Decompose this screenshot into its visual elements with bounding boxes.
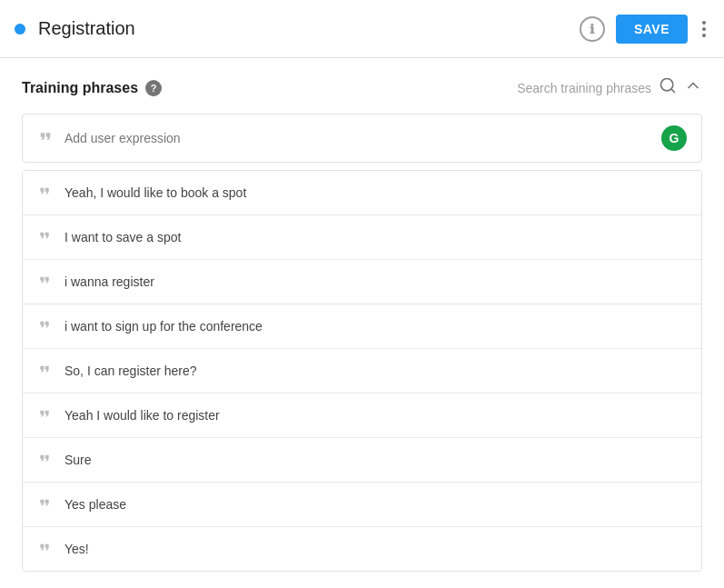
grammarly-icon: G xyxy=(661,125,687,151)
quote-icon xyxy=(37,128,54,149)
phrase-text: i wanna register xyxy=(64,274,154,289)
phrase-row[interactable]: i wanna register xyxy=(23,260,701,304)
app-container: Registration ℹ SAVE Training phrases ? S… xyxy=(0,0,724,588)
phrase-text: I want to save a spot xyxy=(64,230,181,244)
phrase-quote-icon xyxy=(37,495,52,513)
search-icon[interactable] xyxy=(659,76,677,99)
phrase-row[interactable]: Yeah, I would like to book a spot xyxy=(23,171,701,215)
phrase-row[interactable]: i want to sign up for the conference xyxy=(23,304,701,349)
phrase-row[interactable]: Sure xyxy=(23,438,701,483)
collapse-icon[interactable] xyxy=(684,76,702,99)
phrases-container: Yeah, I would like to book a spotI want … xyxy=(22,170,702,572)
info-icon[interactable]: ℹ xyxy=(580,16,605,42)
main-content: Training phrases ? Search training phras… xyxy=(0,58,724,588)
phrase-quote-icon xyxy=(37,362,52,380)
phrase-text: So, I can register here? xyxy=(64,364,197,378)
svg-line-1 xyxy=(671,89,675,93)
phrase-quote-icon xyxy=(37,273,52,291)
header-actions: ℹ SAVE xyxy=(580,15,709,44)
add-expression-input[interactable] xyxy=(64,131,661,145)
phrase-text: Yes please xyxy=(64,497,126,512)
phrase-quote-icon xyxy=(37,540,52,558)
phrase-text: Yeah, I would like to book a spot xyxy=(64,185,246,200)
phrase-text: i want to sign up for the conference xyxy=(64,319,263,334)
page-title: Registration xyxy=(38,18,580,39)
phrase-row[interactable]: Yeah I would like to register xyxy=(23,394,701,438)
section-header: Training phrases ? Search training phras… xyxy=(22,76,702,99)
save-button[interactable]: SAVE xyxy=(616,15,688,44)
phrase-row[interactable]: Yes! xyxy=(23,527,701,571)
section-title-group: Training phrases ? xyxy=(22,80,162,96)
status-dot xyxy=(15,24,25,35)
phrase-row[interactable]: Yes please xyxy=(23,483,701,527)
phrase-quote-icon xyxy=(37,184,52,202)
phrase-quote-icon xyxy=(37,228,52,246)
section-title: Training phrases xyxy=(22,80,138,96)
phrase-text: Sure xyxy=(64,453,92,467)
help-icon[interactable]: ? xyxy=(145,80,162,96)
phrase-row[interactable]: So, I can register here? xyxy=(23,349,701,394)
phrase-row[interactable]: I want to save a spot xyxy=(23,215,701,260)
more-menu-icon[interactable] xyxy=(699,17,709,41)
header: Registration ℹ SAVE xyxy=(0,0,724,58)
add-expression-box[interactable]: G xyxy=(22,114,702,163)
phrase-text: Yeah I would like to register xyxy=(64,408,220,423)
search-placeholder-text: Search training phrases xyxy=(517,81,651,95)
search-area: Search training phrases xyxy=(517,76,702,99)
phrase-quote-icon xyxy=(37,406,52,424)
phrase-quote-icon xyxy=(37,317,52,335)
phrase-quote-icon xyxy=(37,451,52,469)
phrase-text: Yes! xyxy=(64,542,89,556)
